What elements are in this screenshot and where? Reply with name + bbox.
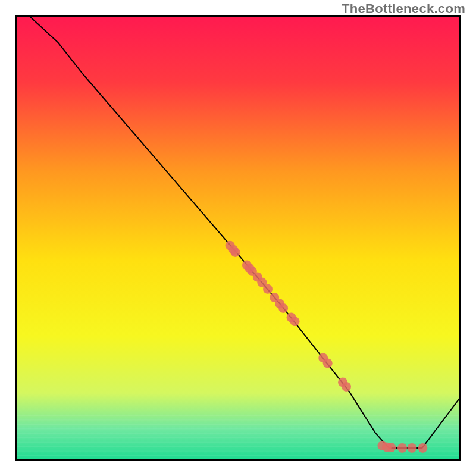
- watermark-label: TheBottleneck.com: [342, 1, 465, 17]
- data-point: [397, 443, 407, 453]
- data-point: [323, 358, 333, 368]
- bottleneck-chart: [0, 0, 476, 476]
- data-point: [231, 248, 240, 257]
- data-point: [418, 443, 427, 453]
- data-point: [386, 443, 396, 452]
- data-point: [407, 443, 416, 453]
- data-point: [278, 303, 288, 313]
- data-point: [342, 382, 351, 392]
- chart-background: [16, 16, 460, 460]
- data-point: [290, 317, 300, 326]
- chart-container: TheBottleneck.com: [0, 0, 476, 476]
- data-point: [263, 284, 273, 294]
